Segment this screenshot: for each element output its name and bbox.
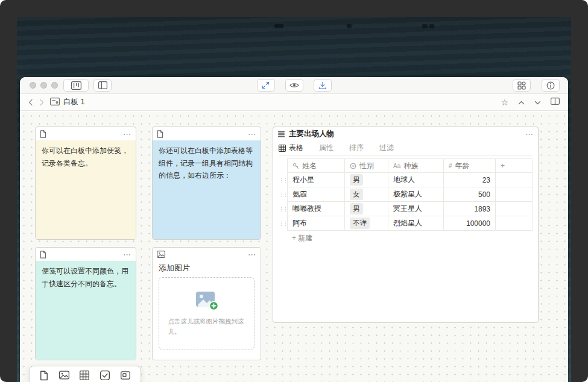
cell-empty[interactable] bbox=[496, 187, 533, 202]
screenshot-root: 白板 1 ☆ bbox=[0, 0, 588, 382]
insert-note-button[interactable] bbox=[40, 371, 48, 381]
sticky-note-card[interactable]: ⋯ 你还可以在白板中添加表格等组件，记录一组具有相同结构的信息，如右边所示： bbox=[152, 127, 261, 240]
export-button[interactable] bbox=[314, 79, 332, 92]
cell-empty[interactable] bbox=[496, 216, 533, 231]
note-icon bbox=[40, 130, 46, 138]
grid-icon bbox=[279, 145, 286, 152]
cell-age[interactable]: 1893 bbox=[444, 202, 496, 216]
cell-name[interactable]: 氨霞 bbox=[287, 187, 345, 202]
cell-race[interactable]: 极紫星人 bbox=[388, 187, 444, 202]
insert-todo-button[interactable] bbox=[100, 371, 110, 380]
insert-frame-button[interactable] bbox=[121, 371, 130, 380]
expand-down-button[interactable] bbox=[534, 98, 541, 107]
image-dropzone[interactable]: 点击这儿或将图片拖拽到这儿。 bbox=[159, 277, 254, 349]
card-header: ⋯ bbox=[153, 127, 261, 140]
cell-name[interactable]: 嘟嘟教授 bbox=[287, 202, 345, 216]
cell-empty[interactable] bbox=[496, 202, 533, 216]
note-text[interactable]: 你还可以在白板中添加表格等组件，记录一组具有相同结构的信息，如右边所示： bbox=[153, 140, 261, 239]
column-label: 年龄 bbox=[455, 161, 470, 171]
cell-gender[interactable]: 男 bbox=[345, 202, 388, 216]
column-label: 性别 bbox=[359, 161, 374, 171]
tab-sort[interactable]: 排序 bbox=[349, 143, 364, 153]
add-column-button[interactable]: + bbox=[496, 158, 533, 173]
column-header-race[interactable]: Aa 种族 bbox=[388, 158, 444, 173]
table-title: 主要出场人物 bbox=[289, 129, 334, 139]
card-header: 主要出场人物 ⋯ bbox=[273, 127, 538, 140]
cell-race[interactable]: 地球人 bbox=[388, 173, 444, 187]
frame-icon bbox=[121, 371, 130, 380]
insert-table-button[interactable] bbox=[80, 371, 89, 380]
column-header-gender[interactable]: 性别 bbox=[345, 158, 388, 173]
checkbox-icon bbox=[100, 371, 110, 380]
fullscreen-button[interactable] bbox=[257, 79, 275, 92]
kanban-view-button[interactable] bbox=[63, 79, 89, 92]
whiteboard-canvas[interactable]: ⋯ 你可以在白板中添加便笺，记录各类备忘。 ⋯ 你还可以在白板中添加表格等组件，… bbox=[20, 112, 568, 382]
key-icon bbox=[292, 163, 299, 169]
card-header: ⋯ bbox=[36, 127, 136, 140]
favorite-star-button[interactable]: ☆ bbox=[501, 98, 508, 107]
widgets-button[interactable] bbox=[513, 79, 531, 92]
column-label: 种族 bbox=[403, 161, 418, 171]
cell-name[interactable]: 程小星 bbox=[287, 173, 345, 187]
tab-table[interactable]: 表格 bbox=[279, 143, 303, 153]
insert-image-button[interactable] bbox=[59, 371, 69, 380]
cell-race[interactable]: 冥王星人 bbox=[388, 202, 444, 216]
gender-badge: 不详 bbox=[350, 218, 370, 228]
whiteboard-icon bbox=[50, 98, 60, 107]
preview-button[interactable] bbox=[285, 79, 303, 92]
back-button[interactable] bbox=[28, 99, 33, 106]
database-icon bbox=[277, 130, 285, 138]
cell-gender[interactable]: 不详 bbox=[345, 216, 388, 231]
column-header-age[interactable]: # 年龄 bbox=[444, 158, 496, 173]
card-menu-button[interactable]: ⋯ bbox=[248, 251, 256, 258]
cell-age[interactable]: 23 bbox=[444, 173, 496, 187]
row-drag-handle[interactable]: ⋮⋮ bbox=[279, 202, 287, 216]
menubar-item bbox=[422, 24, 428, 28]
cell-age[interactable]: 500 bbox=[444, 187, 496, 202]
expand-icon bbox=[262, 81, 270, 89]
row-drag-handle[interactable]: ⋮⋮ bbox=[279, 173, 287, 187]
column-header-name[interactable]: 姓名 bbox=[287, 158, 345, 173]
zoom-window-button[interactable] bbox=[51, 82, 58, 89]
tab-properties[interactable]: 属性 bbox=[319, 143, 334, 153]
traffic-lights bbox=[30, 82, 58, 89]
column-label: 姓名 bbox=[302, 161, 317, 171]
toolbar-center-group bbox=[257, 79, 332, 92]
card-menu-button[interactable]: ⋯ bbox=[123, 130, 131, 138]
card-menu-button[interactable]: ⋯ bbox=[525, 130, 534, 138]
chevron-down-icon bbox=[534, 101, 541, 105]
sticky-note-card[interactable]: ⋯ 便笺可以设置不同颜色，用于快速区分不同的备忘。 bbox=[35, 247, 136, 360]
collapse-up-button[interactable] bbox=[518, 98, 525, 107]
row-drag-handle[interactable]: ⋮⋮ bbox=[279, 187, 287, 202]
cell-age[interactable]: 100000 bbox=[444, 216, 496, 231]
card-menu-button[interactable]: ⋯ bbox=[123, 251, 131, 258]
chevron-left-icon bbox=[28, 99, 33, 106]
close-window-button[interactable] bbox=[30, 82, 36, 89]
tab-filter[interactable]: 过滤 bbox=[379, 143, 394, 153]
grid-icon bbox=[80, 371, 89, 380]
card-menu-button[interactable]: ⋯ bbox=[248, 130, 256, 138]
gender-badge: 男 bbox=[350, 203, 363, 214]
cell-gender[interactable]: 女 bbox=[345, 187, 388, 202]
forward-button[interactable] bbox=[39, 99, 44, 106]
note-text[interactable]: 便笺可以设置不同颜色，用于快速区分不同的备忘。 bbox=[36, 261, 136, 360]
add-row-button[interactable]: + 新建 bbox=[279, 231, 533, 245]
split-view-button[interactable] bbox=[551, 98, 560, 107]
cell-empty[interactable] bbox=[496, 173, 533, 187]
note-text[interactable]: 你可以在白板中添加便笺，记录各类备忘。 bbox=[36, 140, 136, 239]
image-placeholder-icon bbox=[195, 290, 219, 311]
sidebar-icon bbox=[98, 81, 107, 89]
sticky-note-card[interactable]: ⋯ 你可以在白板中添加便笺，记录各类备忘。 bbox=[35, 127, 136, 240]
sidebar-toggle-button[interactable] bbox=[93, 79, 112, 92]
minimize-window-button[interactable] bbox=[40, 82, 47, 89]
cell-gender[interactable]: 男 bbox=[345, 173, 388, 187]
cell-name[interactable]: 阿布 bbox=[287, 216, 345, 231]
note-icon bbox=[40, 251, 46, 258]
number-type-icon: # bbox=[449, 163, 452, 169]
table-card[interactable]: 主要出场人物 ⋯ 表格 属性 排序 bbox=[273, 127, 539, 323]
insert-toolbar bbox=[29, 366, 141, 382]
info-button[interactable] bbox=[542, 79, 560, 92]
cell-race[interactable]: 烈焰星人 bbox=[388, 216, 444, 231]
image-card[interactable]: ⋯ 添加图片 点击这儿或将图片拖拽到这儿。 bbox=[152, 247, 261, 360]
row-drag-handle[interactable]: ⋮⋮ bbox=[279, 216, 287, 231]
